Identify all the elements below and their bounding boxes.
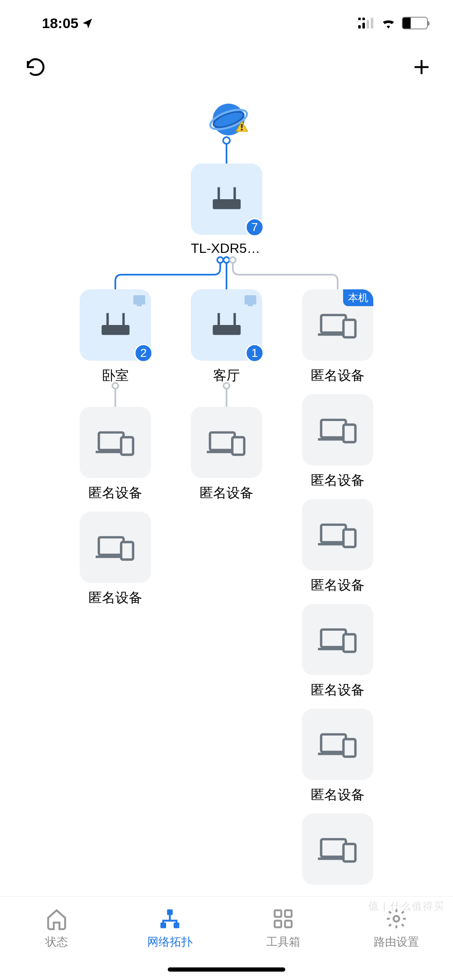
node-label: 客厅: [191, 367, 262, 385]
svg-rect-50: [321, 734, 346, 752]
node-label: 卧室: [80, 367, 151, 385]
node-label: 匿名设备: [80, 484, 151, 502]
refresh-icon[interactable]: [25, 57, 46, 78]
svg-rect-49: [343, 634, 355, 652]
router-icon: [207, 310, 247, 340]
tab-label: 状态: [45, 934, 68, 949]
node-label: 匿名设备: [302, 471, 373, 490]
router-icon: [96, 310, 135, 340]
node-label: 匿名设备: [302, 367, 373, 385]
device-node[interactable]: 匿名设备: [302, 709, 373, 804]
internet-globe-icon[interactable]: [208, 99, 250, 140]
device-node[interactable]: 匿名设备: [80, 407, 151, 502]
svg-rect-57: [161, 923, 167, 928]
topology-canvas: 7 TL-XDR54... 2 卧室 匿名设备 匿名设备 1 客厅 匿名设备: [0, 88, 453, 893]
svg-rect-28: [121, 437, 133, 455]
svg-rect-61: [275, 921, 281, 928]
node-label: 匿名设备: [302, 576, 373, 595]
svg-rect-4: [358, 18, 361, 20]
ethernet-port-icon: [133, 295, 145, 304]
signal-icon: [358, 18, 375, 29]
control-bar: [0, 46, 453, 88]
device-count-badge: 2: [134, 344, 153, 362]
devices-icon: [318, 415, 358, 445]
svg-rect-55: [343, 844, 355, 862]
watermark: 值 | 什么值得买: [368, 899, 445, 913]
node-label: 匿名设备: [80, 589, 151, 607]
svg-point-8: [217, 257, 223, 263]
battery-level: 32: [403, 18, 427, 28]
svg-rect-40: [343, 320, 355, 338]
devices-icon: [96, 428, 135, 457]
devices-icon: [318, 520, 358, 549]
svg-rect-47: [321, 629, 346, 647]
root-router-node[interactable]: 7 TL-XDR54...: [191, 164, 262, 256]
device-node[interactable]: 匿名设备: [191, 407, 262, 502]
tab-status[interactable]: 状态: [0, 897, 113, 980]
svg-point-9: [224, 257, 229, 263]
node-label: 匿名设备: [302, 786, 373, 804]
svg-rect-58: [174, 923, 180, 928]
svg-rect-46: [343, 530, 355, 547]
ethernet-port-icon: [245, 295, 256, 304]
svg-rect-59: [275, 910, 281, 917]
devices-icon: [207, 428, 247, 457]
grid-icon: [272, 907, 294, 930]
svg-rect-29: [99, 537, 123, 555]
svg-rect-5: [362, 18, 365, 20]
svg-rect-23: [102, 325, 130, 335]
svg-rect-44: [321, 525, 346, 542]
status-bar: 18:05 32: [0, 0, 453, 46]
devices-icon: [318, 730, 358, 759]
svg-rect-19: [241, 129, 243, 130]
wifi-icon: [381, 18, 396, 29]
svg-rect-60: [285, 910, 292, 917]
home-indicator[interactable]: [168, 967, 285, 972]
add-icon[interactable]: [411, 57, 432, 78]
svg-point-63: [393, 916, 399, 922]
devices-icon: [318, 310, 358, 340]
svg-rect-38: [321, 315, 346, 333]
router-icon: [207, 185, 247, 214]
node-label: TL-XDR54...: [191, 241, 262, 256]
device-node-self[interactable]: 本机 匿名设备: [302, 289, 373, 385]
svg-rect-37: [232, 437, 244, 455]
svg-rect-35: [210, 432, 234, 450]
svg-rect-43: [343, 425, 355, 442]
device-count-badge: 7: [245, 218, 264, 237]
svg-rect-62: [285, 921, 292, 928]
device-node[interactable]: 匿名设备: [302, 604, 373, 699]
location-icon: [82, 17, 94, 29]
router-node-livingroom[interactable]: 1 客厅: [191, 289, 262, 385]
tab-label: 路由设置: [374, 934, 419, 949]
svg-rect-41: [321, 420, 346, 437]
svg-rect-3: [371, 18, 373, 29]
svg-rect-26: [99, 432, 123, 450]
battery-icon: 32: [402, 17, 428, 29]
svg-rect-53: [321, 839, 346, 857]
svg-rect-52: [343, 739, 355, 757]
self-device-tag: 本机: [343, 289, 373, 306]
svg-rect-32: [213, 325, 241, 335]
devices-icon: [96, 533, 135, 562]
topology-icon: [159, 907, 181, 930]
device-node[interactable]: 匿名设备: [302, 499, 373, 595]
svg-rect-0: [358, 25, 361, 29]
device-node[interactable]: [302, 814, 373, 891]
node-label: 匿名设备: [302, 681, 373, 699]
device-node[interactable]: 匿名设备: [80, 512, 151, 607]
svg-rect-56: [167, 910, 173, 915]
devices-icon: [318, 625, 358, 654]
node-label: 匿名设备: [191, 484, 262, 502]
svg-rect-2: [367, 20, 369, 29]
svg-rect-18: [241, 124, 243, 128]
device-count-badge: 1: [245, 344, 264, 362]
device-node[interactable]: 匿名设备: [302, 394, 373, 490]
svg-rect-20: [213, 199, 241, 209]
svg-rect-31: [121, 542, 133, 560]
svg-point-10: [230, 257, 236, 263]
tab-label: 工具箱: [266, 934, 300, 949]
router-node-bedroom[interactable]: 2 卧室: [80, 289, 151, 385]
home-icon: [45, 907, 68, 930]
devices-icon: [318, 834, 358, 864]
